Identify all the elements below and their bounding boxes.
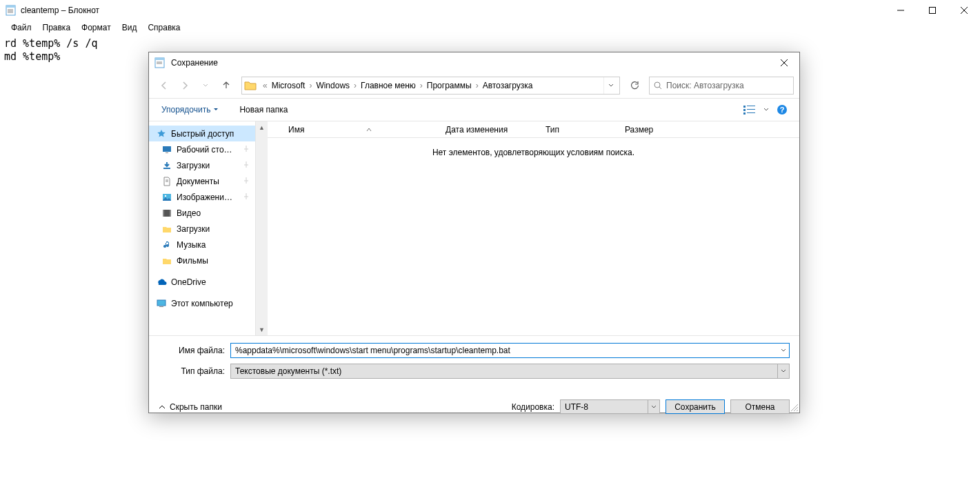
search-placeholder: Поиск: Автозагрузка xyxy=(666,81,744,90)
chevron-up-icon xyxy=(159,404,166,410)
save-button[interactable]: Сохранить xyxy=(666,399,725,414)
tree-quick-access[interactable]: Быстрый доступ xyxy=(149,126,255,141)
form-area: Имя файла: Тип файла: Текстовые документ… xyxy=(149,335,799,387)
sort-icon xyxy=(366,128,372,132)
svg-rect-35 xyxy=(157,300,166,306)
svg-rect-17 xyxy=(743,106,746,108)
tree-downloads[interactable]: Загрузки xyxy=(149,157,255,173)
svg-rect-33 xyxy=(163,210,164,217)
notepad-menubar: Файл Правка Формат Вид Справка xyxy=(0,21,980,34)
onedrive-icon xyxy=(156,277,167,288)
forward-button[interactable] xyxy=(175,76,194,95)
svg-rect-20 xyxy=(747,109,755,110)
music-icon xyxy=(161,239,172,250)
nav-bar: « Microsoft› Windows› Главное меню› Прог… xyxy=(149,73,799,98)
tree-video[interactable]: Видео xyxy=(149,205,255,221)
save-dialog: Сохранение « Microsoft› Windows› Главное… xyxy=(148,52,800,413)
encoding-label: Кодировка: xyxy=(512,402,554,412)
tree-pane: Быстрый доступ Рабочий сто… Загрузки Док… xyxy=(149,121,256,335)
tree-thispc[interactable]: Этот компьютер xyxy=(149,295,255,311)
pin-icon xyxy=(243,193,251,201)
address-bar[interactable]: « Microsoft› Windows› Главное меню› Прог… xyxy=(241,77,620,95)
organize-button[interactable]: Упорядочить xyxy=(157,102,223,117)
chevron-down-icon xyxy=(777,364,789,378)
document-icon xyxy=(161,176,172,187)
folder-icon xyxy=(161,224,172,235)
folder-icon xyxy=(244,79,257,92)
notepad-title: cleantemp – Блокнот xyxy=(21,6,99,15)
tree-onedrive[interactable]: OneDrive xyxy=(149,274,255,290)
crumb-windows[interactable]: Windows xyxy=(314,81,352,90)
svg-rect-25 xyxy=(163,146,171,152)
crumb-programs[interactable]: Программы xyxy=(425,81,474,90)
svg-rect-19 xyxy=(743,109,746,111)
svg-rect-27 xyxy=(163,168,170,169)
tree-documents[interactable]: Документы xyxy=(149,173,255,189)
filetype-select[interactable]: Текстовые документы (*.txt) xyxy=(230,364,790,379)
breadcrumb: « Microsoft› Windows› Главное меню› Прог… xyxy=(261,81,534,90)
svg-rect-34 xyxy=(170,210,171,217)
cancel-button[interactable]: Отмена xyxy=(730,399,790,414)
search-icon xyxy=(654,81,662,90)
tree-pictures[interactable]: Изображени… xyxy=(149,189,255,205)
view-dropdown-icon[interactable] xyxy=(763,107,769,112)
filetype-label: Тип файла: xyxy=(159,366,230,376)
empty-message: Нет элементов, удовлетворяющих условиям … xyxy=(268,138,799,335)
pictures-icon xyxy=(161,192,172,203)
col-type[interactable]: Тип xyxy=(540,121,619,137)
maximize-button[interactable] xyxy=(917,0,948,21)
dialog-titlebar: Сохранение xyxy=(149,52,799,73)
search-box[interactable]: Поиск: Автозагрузка xyxy=(649,77,794,95)
svg-rect-18 xyxy=(747,106,755,106)
menu-edit[interactable]: Правка xyxy=(37,21,77,34)
filename-input[interactable] xyxy=(230,343,790,358)
hide-folders-button[interactable]: Скрыть папки xyxy=(159,402,222,412)
dialog-title: Сохранение xyxy=(171,58,218,68)
column-headers: Имя Дата изменения Тип Размер xyxy=(268,121,799,138)
tree-scrollbar[interactable]: ▲ ▼ xyxy=(256,121,268,335)
menu-view[interactable]: Вид xyxy=(117,21,143,34)
dialog-close-button[interactable] xyxy=(768,52,799,73)
pin-icon xyxy=(243,177,251,186)
recent-dropdown[interactable] xyxy=(196,76,215,95)
star-icon xyxy=(156,128,167,139)
tree-movies[interactable]: Фильмы xyxy=(149,253,255,268)
crumb-startmenu[interactable]: Главное меню xyxy=(359,81,418,90)
video-icon xyxy=(161,208,172,219)
col-date[interactable]: Дата изменения xyxy=(440,121,540,137)
pin-icon xyxy=(243,161,251,170)
crumb-microsoft[interactable]: Microsoft xyxy=(270,81,308,90)
download-icon xyxy=(161,160,172,171)
new-folder-button[interactable]: Новая папка xyxy=(235,102,292,117)
tree-music[interactable]: Музыка xyxy=(149,237,255,253)
back-button[interactable] xyxy=(154,76,174,95)
menu-help[interactable]: Справка xyxy=(142,21,186,34)
svg-line-16 xyxy=(659,87,661,89)
filename-dropdown[interactable] xyxy=(777,344,789,357)
svg-rect-6 xyxy=(930,8,936,14)
refresh-button[interactable] xyxy=(626,77,643,95)
svg-text:?: ? xyxy=(780,106,785,114)
col-name[interactable]: Имя xyxy=(268,121,440,137)
breadcrumb-prefix[interactable]: « xyxy=(261,81,270,90)
file-list: Имя Дата изменения Тип Размер Нет элемен… xyxy=(268,121,799,335)
resize-grip[interactable] xyxy=(790,403,798,411)
close-button[interactable] xyxy=(948,0,980,21)
help-button[interactable]: ? xyxy=(773,102,791,117)
desktop-icon xyxy=(161,144,172,155)
crumb-startup[interactable]: Автозагрузка xyxy=(481,81,535,90)
tree-desktop[interactable]: Рабочий сто… xyxy=(149,141,255,157)
svg-point-31 xyxy=(165,195,166,196)
view-button[interactable] xyxy=(741,102,759,117)
minimize-button[interactable] xyxy=(885,0,917,21)
dialog-icon xyxy=(154,57,166,68)
tree-downloads2[interactable]: Загрузки xyxy=(149,221,255,237)
svg-rect-22 xyxy=(747,112,755,113)
up-button[interactable] xyxy=(217,76,236,95)
encoding-select[interactable]: UTF-8 xyxy=(560,399,660,414)
col-size[interactable]: Размер xyxy=(619,121,799,137)
menu-format[interactable]: Формат xyxy=(76,21,117,34)
address-dropdown[interactable] xyxy=(603,77,617,94)
menu-file[interactable]: Файл xyxy=(6,21,37,34)
toolbar: Упорядочить Новая папка ? xyxy=(149,98,799,121)
